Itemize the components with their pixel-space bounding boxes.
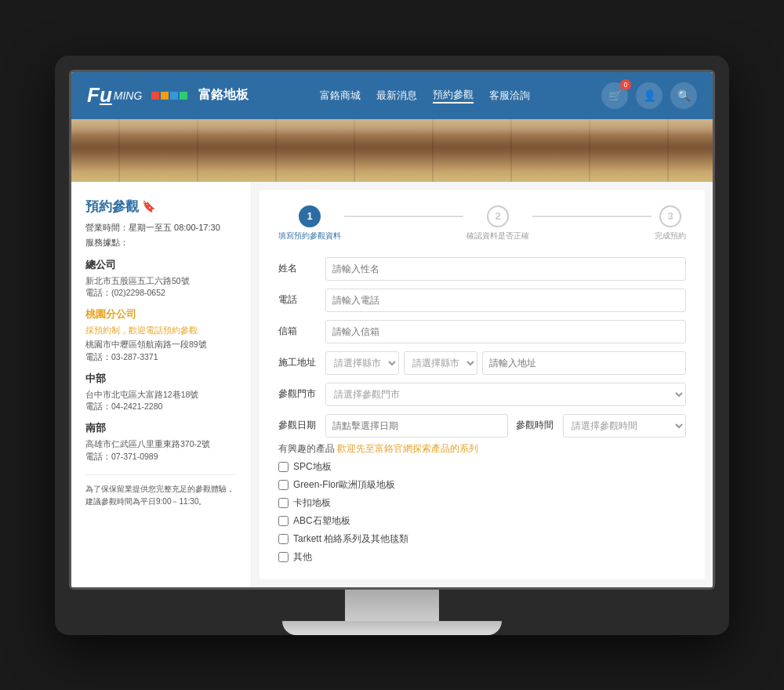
email-input[interactable]: [325, 320, 686, 343]
email-row: 信箱: [278, 320, 686, 343]
branch-addr-south: 高雄市仁武區八里重東路370-2號 電話：07-371-0989: [85, 438, 237, 463]
product-checkbox-3[interactable]: [278, 516, 289, 526]
step-line-2-3: [532, 216, 652, 217]
main-nav: 富鉻商城 最新消息 預約參觀 客服洽詢: [320, 88, 530, 104]
sidebar-title: 預約參觀 🔖: [85, 198, 237, 216]
cart-badge: 0: [620, 79, 631, 90]
logo-text: Fu MING: [87, 83, 142, 107]
step-circle-3: 3: [659, 205, 681, 227]
address-input[interactable]: [482, 351, 686, 375]
monitor-outer: Fu MING 富鉻地板 富鉻商城 最新消息 預約參觀 客服洽詢: [55, 56, 729, 635]
product-item-4[interactable]: Tarkett 柏絡系列及其他毯類: [278, 532, 686, 546]
hero-wood-banner: [71, 119, 713, 182]
interested-label: 有興趣的產品 歡迎先至富鉻官網探索產品的系列: [278, 442, 686, 456]
form-area: 1 填寫預約參觀資料 2 確認資料是否正確 3 完成預約: [260, 190, 705, 579]
sidebar-hours: 營業時間：星期一至五 08:00-17:30: [85, 222, 237, 234]
name-row: 姓名: [278, 257, 686, 281]
step-2: 2 確認資料是否正確: [466, 205, 529, 242]
branch-addr-taoyuan: 桃園市中壢區領航南路一段89號 電話：03-287-3371: [85, 339, 237, 364]
step-line-1-2: [344, 216, 463, 217]
interested-section: 有興趣的產品 歡迎先至富鉻官網探索產品的系列 SPC地板 Green-Flor歐…: [278, 442, 686, 564]
main-content: 預約參觀 🔖 營業時間：星期一至五 08:00-17:30 服務據點： 總公司 …: [71, 182, 713, 587]
branch-link-taoyuan[interactable]: 採預約制，歡迎電話預約參觀: [85, 325, 237, 336]
phone-row: 電話: [278, 289, 686, 312]
product-item-3[interactable]: ABC石塑地板: [278, 514, 686, 528]
search-icon: 🔍: [677, 89, 691, 102]
step-label-2: 確認資料是否正確: [466, 231, 529, 242]
search-button[interactable]: 🔍: [670, 82, 697, 109]
nav-booking[interactable]: 預約參觀: [433, 88, 474, 104]
store-label: 參觀門市: [278, 387, 318, 401]
logo-squares: [151, 92, 187, 100]
store-select[interactable]: 請選擇參觀門市: [325, 383, 686, 406]
step-3: 3 完成預約: [655, 205, 686, 242]
sidebar: 預約參觀 🔖 營業時間：星期一至五 08:00-17:30 服務據點： 總公司 …: [71, 182, 252, 587]
time-label: 參觀時間: [516, 419, 555, 432]
address-row: 施工地址 請選擇縣市 請選擇縣市: [278, 351, 686, 375]
name-input[interactable]: [325, 257, 686, 281]
date-label: 參觀日期: [278, 419, 318, 432]
time-select[interactable]: 請選擇參觀時間: [563, 414, 686, 438]
product-checkbox-5[interactable]: [278, 552, 289, 562]
product-item-0[interactable]: SPC地板: [278, 460, 686, 474]
phone-label: 電話: [278, 293, 318, 307]
product-item-2[interactable]: 卡扣地板: [278, 496, 686, 510]
step-label-3: 完成預約: [655, 231, 686, 242]
step-label-1: 填寫預約參觀資料: [278, 231, 341, 242]
site-header: Fu MING 富鉻地板 富鉻商城 最新消息 預約參觀 客服洽詢: [71, 72, 713, 119]
site-label: 施工地址: [278, 356, 318, 369]
product-checkbox-4[interactable]: [278, 534, 289, 544]
product-item-1[interactable]: Green-Flor歐洲頂級地板: [278, 478, 686, 492]
step-circle-1: 1: [299, 205, 321, 227]
name-label: 姓名: [278, 262, 318, 275]
branch-addr-central: 台中市北屯區大富路12巷18號 電話：04-2421-2280: [85, 389, 237, 414]
monitor-screen: Fu MING 富鉻地板 富鉻商城 最新消息 預約參觀 客服洽詢: [69, 70, 715, 590]
branch-name-taoyuan: 桃園分公司: [85, 307, 237, 321]
logo-area: Fu MING 富鉻地板: [87, 83, 249, 107]
address-fields: 請選擇縣市 請選擇縣市: [325, 351, 686, 375]
logo-ming: MING: [114, 89, 143, 102]
branch-name-hq: 總公司: [85, 258, 237, 272]
branch-addr-hq: 新北市五股區五工六路50號 電話：(02)2298-0652: [85, 275, 237, 300]
logo-brand-cn: 富鉻地板: [198, 87, 249, 104]
nav-news[interactable]: 最新消息: [376, 89, 417, 103]
product-checkbox-0[interactable]: [278, 462, 289, 472]
district-select[interactable]: 請選擇縣市: [404, 351, 477, 375]
store-row: 參觀門市 請選擇參觀門市: [278, 383, 686, 406]
city-select[interactable]: 請選擇縣市: [325, 351, 399, 375]
date-input[interactable]: [325, 414, 508, 438]
product-item-5[interactable]: 其他: [278, 550, 686, 564]
cart-icon-wrap: 🛒 0: [601, 82, 628, 109]
user-icon: 👤: [643, 89, 656, 102]
product-checkbox-2[interactable]: [278, 498, 289, 508]
cart-icon: 🛒: [608, 89, 622, 102]
nav-contact[interactable]: 客服洽詢: [489, 89, 530, 103]
datetime-row: 參觀日期 參觀時間 請選擇參觀時間: [278, 414, 686, 438]
form-grid: 姓名 電話 信箱 施工地址: [278, 257, 686, 438]
branch-name-south: 南部: [85, 421, 237, 435]
bookmark-icon: 🔖: [142, 200, 155, 212]
step-circle-2: 2: [487, 205, 509, 227]
sidebar-service-label: 服務據點：: [85, 237, 237, 249]
monitor-base: [282, 621, 502, 635]
sidebar-note: 為了保保留業提供您完整充足的參觀體驗，建議參觀時間為平日9:00－11:30。: [85, 474, 237, 508]
interested-link[interactable]: 歡迎先至富鉻官網探索產品的系列: [337, 443, 478, 454]
product-checkbox-1[interactable]: [278, 480, 289, 490]
branch-name-central: 中部: [85, 372, 237, 386]
monitor-neck: [345, 590, 439, 621]
checkbox-group: SPC地板 Green-Flor歐洲頂級地板 卡扣地板: [278, 460, 686, 564]
steps-bar: 1 填寫預約參觀資料 2 確認資料是否正確 3 完成預約: [278, 205, 686, 242]
phone-input[interactable]: [325, 289, 686, 312]
logo-fu: Fu: [87, 83, 112, 107]
user-button[interactable]: 👤: [636, 82, 662, 109]
header-icons: 🛒 0 👤 🔍: [601, 82, 697, 109]
email-label: 信箱: [278, 325, 318, 338]
step-1: 1 填寫預約參觀資料: [278, 205, 341, 242]
monitor-wrapper: Fu MING 富鉻地板 富鉻商城 最新消息 預約參觀 客服洽詢: [55, 56, 729, 635]
nav-shop[interactable]: 富鉻商城: [320, 89, 361, 103]
